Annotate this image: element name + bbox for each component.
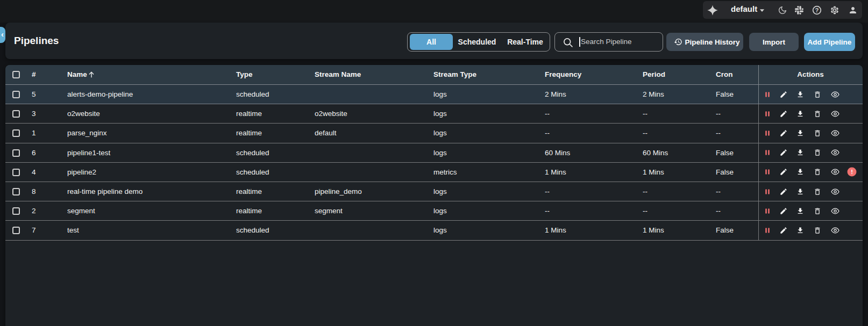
svg-text:?: ? xyxy=(815,7,819,13)
